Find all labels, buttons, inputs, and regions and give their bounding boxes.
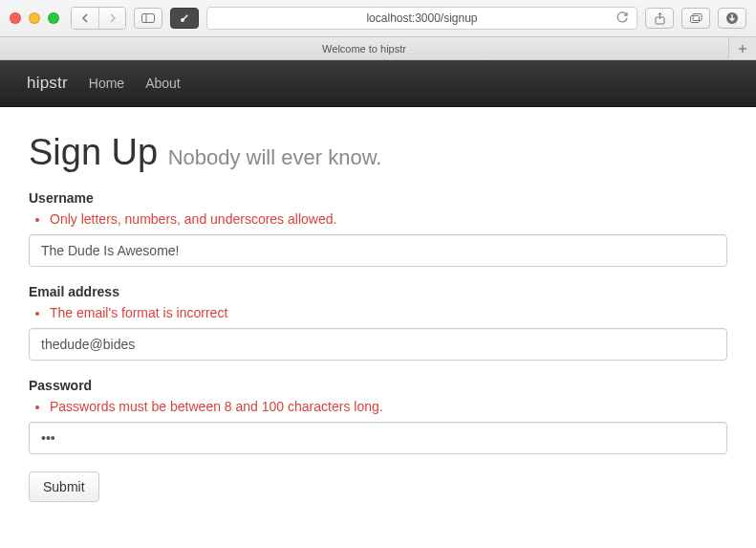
- submit-button[interactable]: Submit: [29, 471, 99, 502]
- username-error-item: Only letters, numbers, and underscores a…: [50, 211, 727, 227]
- brand[interactable]: hipstr: [27, 74, 68, 93]
- password-label: Password: [29, 378, 727, 393]
- tab-bar: Welcome to hipstr: [0, 36, 756, 59]
- svg-rect-5: [690, 15, 699, 22]
- reload-icon[interactable]: [616, 11, 629, 24]
- nav-link-home[interactable]: Home: [89, 76, 124, 91]
- email-label: Email address: [29, 284, 727, 299]
- page-header: Sign Up Nobody will ever know.: [29, 132, 727, 173]
- browser-toolbar: localhost:3000/signup: [0, 0, 756, 36]
- reader-button[interactable]: [170, 8, 199, 29]
- nav-link-about[interactable]: About: [145, 76, 181, 91]
- tabs-button[interactable]: [681, 8, 710, 29]
- window-controls: [10, 12, 59, 24]
- page-content: Sign Up Nobody will ever know. Username …: [0, 107, 756, 521]
- svg-rect-0: [142, 14, 155, 23]
- page-subtitle: Nobody will ever know.: [168, 145, 382, 169]
- password-input[interactable]: [29, 422, 727, 454]
- downloads-button[interactable]: [718, 8, 746, 29]
- browser-chrome: localhost:3000/signup Welcome to hipstr: [0, 0, 756, 60]
- password-errors: Passwords must be between 8 and 100 char…: [48, 399, 727, 414]
- page-title: Sign Up: [29, 132, 158, 172]
- email-input[interactable]: [29, 328, 727, 361]
- app-navbar: hipstr Home About: [0, 60, 756, 107]
- email-error-item: The email's format is incorrect: [50, 305, 727, 320]
- username-label: Username: [29, 190, 727, 206]
- tab-title: Welcome to hipstr: [322, 43, 406, 55]
- svg-point-2: [181, 18, 184, 22]
- close-window-button[interactable]: [10, 12, 21, 24]
- field-email: Email address The email's format is inco…: [29, 284, 727, 361]
- share-button[interactable]: [645, 8, 674, 29]
- field-password: Password Passwords must be between 8 and…: [29, 378, 727, 454]
- new-tab-button[interactable]: [729, 37, 756, 59]
- email-errors: The email's format is incorrect: [48, 305, 727, 320]
- svg-rect-6: [693, 13, 702, 20]
- field-username: Username Only letters, numbers, and unde…: [29, 190, 727, 267]
- forward-button[interactable]: [98, 8, 125, 29]
- username-errors: Only letters, numbers, and underscores a…: [48, 211, 727, 227]
- address-url: localhost:3000/signup: [366, 11, 477, 25]
- fullscreen-window-button[interactable]: [48, 12, 59, 24]
- address-bar[interactable]: localhost:3000/signup: [206, 7, 637, 30]
- username-input[interactable]: [29, 234, 727, 267]
- browser-tab[interactable]: Welcome to hipstr: [0, 37, 729, 59]
- sidebar-toggle-button[interactable]: [134, 8, 162, 29]
- toolbar-right: [645, 8, 746, 29]
- password-error-item: Passwords must be between 8 and 100 char…: [50, 399, 727, 414]
- nav-back-forward: [71, 7, 126, 30]
- back-button[interactable]: [72, 8, 98, 29]
- minimize-window-button[interactable]: [29, 12, 40, 24]
